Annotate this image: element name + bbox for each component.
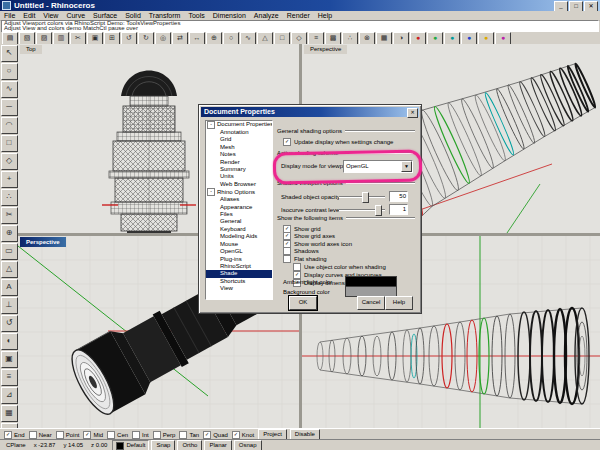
circle-icon[interactable]: ○	[223, 32, 239, 45]
opacity-slider[interactable]	[339, 191, 385, 202]
open-file-icon[interactable]: ▧	[19, 32, 35, 45]
tree-expand-icon[interactable]: -	[207, 188, 215, 196]
tree-item-mesh[interactable]: Mesh	[206, 144, 272, 151]
layers-tool-icon[interactable]: ≡	[1, 369, 18, 386]
menu-solid[interactable]: Solid	[121, 11, 145, 20]
point-tool-icon[interactable]: +	[1, 171, 18, 188]
plane-tool-icon[interactable]: ▭	[1, 243, 18, 260]
render-yellow-icon[interactable]: ●	[478, 32, 494, 45]
points-icon[interactable]: ∴	[342, 32, 358, 45]
chevron-down-icon[interactable]: ▼	[401, 161, 412, 172]
tree-expand-icon[interactable]: -	[207, 121, 215, 129]
triangle-tool-icon[interactable]: △	[1, 261, 18, 278]
status-pane-osnap[interactable]: Osnap	[234, 440, 262, 450]
contrast-slider[interactable]	[339, 204, 385, 215]
move-icon[interactable]: ↔	[189, 32, 205, 45]
points-tool-icon[interactable]: ∴	[1, 189, 18, 206]
paste-icon[interactable]: ⊞	[104, 32, 120, 45]
osnap-perp[interactable]: Perp	[153, 431, 176, 439]
polygon-tool-icon[interactable]: ◇	[1, 153, 18, 170]
render-magenta-icon[interactable]: ●	[495, 32, 511, 45]
status-pane-ortho[interactable]: Ortho	[177, 440, 202, 450]
tree-item-render[interactable]: Render	[206, 159, 272, 166]
render-teal-icon[interactable]: ●	[444, 32, 460, 45]
tree-item-mouse[interactable]: Mouse	[206, 241, 272, 248]
tree-item-notes[interactable]: Notes	[206, 151, 272, 158]
render-red-icon[interactable]: ●	[410, 32, 426, 45]
osnap-near[interactable]: Near	[29, 431, 52, 439]
checkbox-flat-shading[interactable]: Flat shading	[283, 255, 327, 263]
menu-help[interactable]: Help	[314, 11, 336, 20]
opacity-value[interactable]: 50	[389, 191, 408, 202]
tree-item-rhinoscript[interactable]: RhinoScript	[206, 263, 272, 270]
osnap-knot[interactable]: ✓Knot	[232, 431, 254, 439]
tree-item-shade[interactable]: Shade	[206, 270, 272, 277]
menu-surface[interactable]: Surface	[89, 11, 121, 20]
line-tool-icon[interactable]: ─	[1, 99, 18, 116]
tree-item-opengl[interactable]: OpenGL	[206, 248, 272, 255]
layers-icon[interactable]: ≡	[308, 32, 324, 45]
osnap-int[interactable]: Int	[132, 431, 149, 439]
tree-item-appearance[interactable]: Appearance	[206, 204, 272, 211]
tree-item-summary[interactable]: Summary	[206, 166, 272, 173]
diamond-icon[interactable]: ◇	[291, 32, 307, 45]
viewport-perspective-tab[interactable]: Perspective	[20, 237, 66, 247]
render-blue-icon[interactable]: ●	[461, 32, 477, 45]
cplane-label[interactable]: CPlane	[3, 441, 29, 450]
undo-icon[interactable]: ↺	[121, 32, 137, 45]
rotate-tool-icon[interactable]: ⊕	[1, 225, 18, 242]
angle-tool-icon[interactable]: ⊿	[1, 387, 18, 404]
pan-icon[interactable]: ⇄	[172, 32, 188, 45]
tree-root[interactable]: -Rhino Options	[206, 188, 272, 196]
tree-root[interactable]: -Document Properties	[206, 121, 272, 129]
render-green-icon[interactable]: ●	[427, 32, 443, 45]
viewport-top-tab[interactable]: Top	[20, 45, 42, 54]
copy-icon[interactable]: ▣	[87, 32, 103, 45]
curve-tool-icon[interactable]: ∿	[1, 81, 18, 98]
help-button[interactable]: Help	[385, 296, 413, 310]
menu-dimension[interactable]: Dimension	[209, 11, 250, 20]
menu-view[interactable]: View	[39, 11, 62, 20]
menu-analyze[interactable]: Analyze	[250, 11, 283, 20]
contrast-value[interactable]: 1	[389, 204, 408, 215]
rectangle-icon[interactable]: □	[274, 32, 290, 45]
rectangle-tool-icon[interactable]: □	[1, 135, 18, 152]
tree-item-keyboard[interactable]: Keyboard	[206, 226, 272, 233]
menu-transform[interactable]: Transform	[145, 11, 185, 20]
menu-edit[interactable]: Edit	[19, 11, 39, 20]
shade-tool-icon[interactable]: ◐	[1, 333, 18, 350]
perp-tool-icon[interactable]: ⊥	[1, 297, 18, 314]
layer-indicator[interactable]: Default	[112, 440, 149, 450]
undo-tool-icon[interactable]: ↺	[1, 315, 18, 332]
boolean-icon[interactable]: ⊗	[359, 32, 375, 45]
print-icon[interactable]: ▥	[53, 32, 69, 45]
tree-item-plug-ins[interactable]: Plug-ins	[206, 256, 272, 263]
tree-item-general[interactable]: General	[206, 218, 272, 225]
ok-button[interactable]: OK	[289, 296, 317, 310]
mesh-icon[interactable]: ▩	[325, 32, 341, 45]
sub-checkbox-use-object-color-when-shading[interactable]: Use object color when shading	[293, 263, 386, 271]
arc-tool-icon[interactable]: ◠	[1, 117, 18, 134]
tree-item-grid[interactable]: Grid	[206, 136, 272, 143]
text-tool-icon[interactable]: A	[1, 279, 18, 296]
polygon-icon[interactable]: △	[257, 32, 273, 45]
dialog-titlebar[interactable]: Document Properties ✕	[201, 107, 419, 117]
grid-icon[interactable]: ▦	[376, 32, 392, 45]
new-file-icon[interactable]: ▤	[2, 32, 18, 45]
curve-icon[interactable]: ∿	[240, 32, 256, 45]
zoom-icon[interactable]: ◎	[155, 32, 171, 45]
cut-icon[interactable]: ✂	[70, 32, 86, 45]
tree-item-web-browser[interactable]: Web Browser	[206, 181, 272, 188]
tree-item-annotation[interactable]: Annotation	[206, 129, 272, 136]
status-pane-snap[interactable]: Snap	[151, 440, 175, 450]
rotate-icon[interactable]: ⊕	[206, 32, 222, 45]
tree-item-view[interactable]: View	[206, 285, 272, 292]
copy-tool-icon[interactable]: ▣	[1, 351, 18, 368]
viewport-perspective-2-tab[interactable]: Perspective	[304, 45, 347, 54]
osnap-end[interactable]: ✓End	[4, 431, 25, 439]
menu-file[interactable]: File	[0, 11, 19, 20]
osnap-cen[interactable]: Cen	[107, 431, 128, 439]
osnap-mid[interactable]: ✓Mid	[83, 431, 103, 439]
menu-curve[interactable]: Curve	[62, 11, 89, 20]
osnap-point[interactable]: Point	[56, 431, 80, 439]
